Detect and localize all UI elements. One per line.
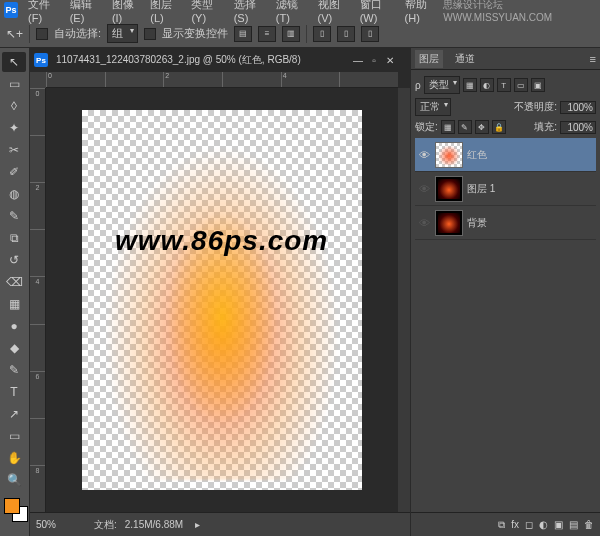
filter-adjust-icon[interactable]: ◐ xyxy=(480,78,494,92)
distribute-icon[interactable]: ▯ xyxy=(361,26,379,42)
wand-tool[interactable]: ✦ xyxy=(2,118,26,138)
eraser-tool[interactable]: ⌫ xyxy=(2,272,26,292)
document-tab-bar: Ps 11074431_122403780263_2.jpg @ 50% (红色… xyxy=(30,48,400,72)
link-layers-icon[interactable]: ⧉ xyxy=(498,519,505,531)
menu-filter[interactable]: 滤镜(T) xyxy=(272,0,312,26)
group-icon[interactable]: ▣ xyxy=(554,519,563,530)
lock-all-icon[interactable]: 🔒 xyxy=(492,120,506,134)
tab-layers[interactable]: 图层 xyxy=(415,50,443,68)
blur-tool[interactable]: ● xyxy=(2,316,26,336)
menu-window[interactable]: 窗口(W) xyxy=(356,0,399,26)
hand-tool[interactable]: ✋ xyxy=(2,448,26,468)
align-icon[interactable]: ▥ xyxy=(282,26,300,42)
mask-icon[interactable]: ◻ xyxy=(525,519,533,530)
layer-row[interactable]: 👁 图层 1 xyxy=(415,172,596,206)
menu-file[interactable]: 文件(F) xyxy=(24,0,64,26)
layer-thumb[interactable] xyxy=(435,210,463,236)
layer-row[interactable]: 👁 红色 xyxy=(415,138,596,172)
blend-mode-select[interactable]: 正常 xyxy=(415,98,451,116)
trash-icon[interactable]: 🗑 xyxy=(584,519,594,530)
eyedropper-tool[interactable]: ✐ xyxy=(2,162,26,182)
layer-row[interactable]: 👁 背景 xyxy=(415,206,596,240)
dodge-tool[interactable]: ◆ xyxy=(2,338,26,358)
menu-layer[interactable]: 图层(L) xyxy=(146,0,185,26)
history-brush-tool[interactable]: ↺ xyxy=(2,250,26,270)
opacity-input[interactable]: 100% xyxy=(560,101,596,114)
align-icon[interactable]: ▤ xyxy=(234,26,252,42)
status-bar: 50% 文档: 2.15M/6.88M ▸ xyxy=(30,512,410,536)
lasso-tool[interactable]: ◊ xyxy=(2,96,26,116)
ps-logo-icon: Ps xyxy=(4,2,18,18)
filter-type-icon[interactable]: T xyxy=(497,78,511,92)
visibility-icon[interactable]: 👁 xyxy=(417,149,431,161)
filter-smart-icon[interactable]: ▣ xyxy=(531,78,545,92)
maximize-icon[interactable]: ▫ xyxy=(368,54,380,66)
tab-channels[interactable]: 通道 xyxy=(451,50,479,68)
lock-label: 锁定: xyxy=(415,120,438,134)
layer-name[interactable]: 背景 xyxy=(467,216,487,230)
new-layer-icon[interactable]: ▤ xyxy=(569,519,578,530)
filter-kind-select[interactable]: 类型 xyxy=(424,76,460,94)
flame-image xyxy=(92,120,352,480)
brush-tool[interactable]: ✎ xyxy=(2,206,26,226)
layer-name[interactable]: 图层 1 xyxy=(467,182,495,196)
search-icon[interactable]: ρ xyxy=(415,80,421,91)
zoom-level[interactable]: 50% xyxy=(36,519,86,530)
move-tool[interactable]: ↖ xyxy=(2,52,26,72)
color-swatches[interactable] xyxy=(2,498,27,524)
lock-transparency-icon[interactable]: ▦ xyxy=(441,120,455,134)
layer-thumb[interactable] xyxy=(435,176,463,202)
scrollbar-vertical[interactable] xyxy=(398,88,410,512)
type-tool[interactable]: T xyxy=(2,382,26,402)
auto-select-checkbox[interactable] xyxy=(36,28,48,40)
menu-select[interactable]: 选择(S) xyxy=(230,0,270,26)
status-flyout-icon[interactable]: ▸ xyxy=(195,519,200,530)
marquee-tool[interactable]: ▭ xyxy=(2,74,26,94)
zoom-tool[interactable]: 🔍 xyxy=(2,470,26,490)
close-icon[interactable]: ✕ xyxy=(384,54,396,66)
crop-tool[interactable]: ✂ xyxy=(2,140,26,160)
visibility-icon[interactable]: 👁 xyxy=(417,217,431,229)
ps-doc-icon: Ps xyxy=(34,53,48,67)
filter-pixel-icon[interactable]: ▦ xyxy=(463,78,477,92)
path-tool[interactable]: ↗ xyxy=(2,404,26,424)
minimize-icon[interactable]: — xyxy=(352,54,364,66)
menu-bar: Ps 文件(F) 编辑(E) 图像(I) 图层(L) 类型(Y) 选择(S) 滤… xyxy=(0,0,600,20)
layers-panel: ρ 类型 ▦ ◐ T ▭ ▣ 正常 不透明度: 100% 锁定: ▦ ✎ ✥ 🔒… xyxy=(411,70,600,512)
pen-tool[interactable]: ✎ xyxy=(2,360,26,380)
distribute-icon[interactable]: ▯ xyxy=(337,26,355,42)
adjust-icon[interactable]: ◐ xyxy=(539,519,548,530)
foreground-color[interactable] xyxy=(4,498,20,514)
menu-view[interactable]: 视图(V) xyxy=(314,0,354,26)
visibility-icon[interactable]: 👁 xyxy=(417,183,431,195)
distribute-icon[interactable]: ▯ xyxy=(313,26,331,42)
status-label: 文档: xyxy=(94,518,117,532)
filter-shape-icon[interactable]: ▭ xyxy=(514,78,528,92)
stamp-tool[interactable]: ⧉ xyxy=(2,228,26,248)
canvas-content[interactable] xyxy=(82,110,362,490)
gradient-tool[interactable]: ▦ xyxy=(2,294,26,314)
canvas[interactable] xyxy=(46,88,398,512)
opacity-label: 不透明度: xyxy=(514,100,557,114)
auto-select-label: 自动选择: xyxy=(54,26,101,41)
align-icon[interactable]: ≡ xyxy=(258,26,276,42)
auto-select-target[interactable]: 组 xyxy=(107,24,138,43)
layer-thumb[interactable] xyxy=(435,142,463,168)
fill-input[interactable]: 100% xyxy=(560,121,596,134)
lock-pixels-icon[interactable]: ✎ xyxy=(458,120,472,134)
fx-icon[interactable]: fx xyxy=(511,519,519,530)
heal-tool[interactable]: ◍ xyxy=(2,184,26,204)
ruler-vertical[interactable]: 02468 xyxy=(30,88,46,512)
shape-tool[interactable]: ▭ xyxy=(2,426,26,446)
menu-type[interactable]: 类型(Y) xyxy=(187,0,227,26)
menu-help[interactable]: 帮助(H) xyxy=(401,0,442,26)
layer-name[interactable]: 红色 xyxy=(467,148,487,162)
show-transform-checkbox[interactable] xyxy=(144,28,156,40)
document-title[interactable]: 11074431_122403780263_2.jpg @ 50% (红色, R… xyxy=(56,53,301,67)
panel-menu-icon[interactable]: ≡ xyxy=(590,53,600,65)
toolbar: ↖ ▭ ◊ ✦ ✂ ✐ ◍ ✎ ⧉ ↺ ⌫ ▦ ● ◆ ✎ T ↗ ▭ ✋ 🔍 xyxy=(0,48,30,536)
lock-position-icon[interactable]: ✥ xyxy=(475,120,489,134)
menu-edit[interactable]: 编辑(E) xyxy=(66,0,106,26)
ruler-horizontal[interactable]: 024 xyxy=(46,72,398,88)
menu-image[interactable]: 图像(I) xyxy=(108,0,144,26)
